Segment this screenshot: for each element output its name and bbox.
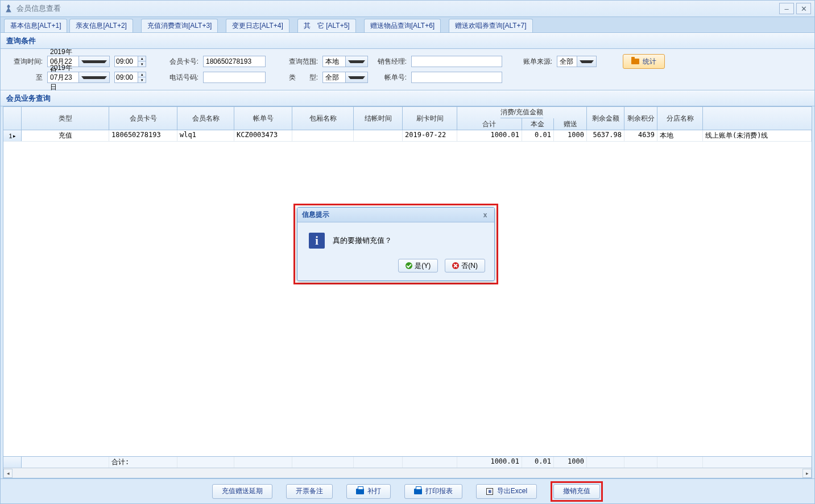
- label-to: 至: [9, 73, 43, 82]
- tab-coupons[interactable]: 赠送欢唱券查询[ALT+7]: [449, 19, 532, 32]
- export-excel-button[interactable]: ▦导出Excel: [476, 484, 537, 499]
- type-combo[interactable]: 全部: [322, 72, 368, 83]
- print-report-button[interactable]: 打印报表: [404, 484, 462, 499]
- time-to-spinner[interactable]: ▴▾: [114, 72, 146, 83]
- label-sales-mgr: 销售经理:: [373, 57, 407, 67]
- tab-changelog[interactable]: 变更日志[ALT+4]: [226, 19, 289, 32]
- label-bill-no: 帐单号:: [373, 73, 407, 82]
- label-bill-src: 账单来源:: [512, 57, 552, 67]
- window-title: 会员信息查看: [16, 3, 61, 14]
- horizontal-scrollbar[interactable]: ◂ ▸: [3, 468, 812, 478]
- folder-icon: [631, 59, 639, 64]
- recharge-gift-extend-button[interactable]: 充值赠送延期: [212, 484, 272, 499]
- printer-icon: [414, 489, 422, 494]
- bill-no-input[interactable]: [411, 72, 502, 83]
- cancel-recharge-button[interactable]: 撤销充值: [553, 484, 600, 499]
- table-row[interactable]: 1▸ 充值 180650278193 wlq1 KCZ0003473 2019-…: [3, 130, 812, 142]
- confirm-dialog: 信息提示 x i 真的要撤销充值？ 是(Y) 否(N): [297, 207, 495, 281]
- section-member-biz: 会员业务查询: [1, 90, 814, 106]
- grid-header: 类型 会员卡号 会员名称 帐单号 包厢名称 结帐时间 刷卡时间 消费/充值金额 …: [3, 107, 812, 130]
- bottom-toolbar: 充值赠送延期 开票备注 补打 打印报表 ▦导出Excel 撤销充值: [1, 478, 814, 503]
- label-phone: 电话号码:: [167, 73, 198, 82]
- confirm-dialog-highlight: 信息提示 x i 真的要撤销充值？ 是(Y) 否(N): [293, 204, 498, 284]
- date-to-combo[interactable]: 2019年07月23日: [47, 72, 110, 83]
- data-grid: 类型 会员卡号 会员名称 帐单号 包厢名称 结帐时间 刷卡时间 消费/充值金额 …: [3, 106, 812, 478]
- dialog-title: 信息提示: [302, 210, 329, 220]
- grid-summary: 合计: 1000.01 0.01 1000: [3, 456, 812, 468]
- sales-mgr-input[interactable]: [411, 56, 502, 67]
- table-icon: ▦: [486, 488, 493, 495]
- highlight-cancel-recharge: 撤销充值: [551, 481, 603, 502]
- tab-relatives[interactable]: 亲友信息[ALT+2]: [69, 19, 133, 32]
- printer-icon: [356, 489, 364, 494]
- section-query-conditions: 查询条件: [1, 33, 814, 49]
- person-icon: [4, 4, 13, 13]
- scroll-right-icon[interactable]: ▸: [802, 469, 812, 478]
- invoice-remark-button[interactable]: 开票备注: [286, 484, 333, 499]
- scope-combo[interactable]: 本地: [322, 56, 368, 67]
- dialog-close-button[interactable]: x: [481, 211, 490, 219]
- dialog-no-button[interactable]: 否(N): [445, 259, 485, 272]
- card-no-input[interactable]: [203, 56, 266, 67]
- filters-panel: 查询时间: 2019年06月22日 ▴▾ 会员卡号: 查询范围: 本地 销售经理…: [1, 49, 814, 90]
- bill-src-combo[interactable]: 全部: [557, 56, 597, 67]
- tab-basic[interactable]: 基本信息[ALT+1]: [4, 19, 67, 32]
- title-bar: 会员信息查看 – ✕: [1, 1, 814, 16]
- close-button[interactable]: ✕: [796, 3, 811, 14]
- time-from-spinner[interactable]: ▴▾: [114, 56, 146, 67]
- label-card-no: 会员卡号:: [167, 57, 198, 67]
- cross-icon: [452, 262, 459, 269]
- label-scope: 查询范围:: [286, 57, 318, 67]
- tab-recharge[interactable]: 充值消费查询[ALT+3]: [141, 19, 218, 32]
- dialog-message: 真的要撤销充值？: [333, 236, 392, 246]
- tabs-row: 基本信息[ALT+1] 亲友信息[ALT+2] 充值消费查询[ALT+3] 变更…: [1, 16, 814, 33]
- info-icon: i: [309, 233, 325, 249]
- dialog-yes-button[interactable]: 是(Y): [398, 259, 438, 272]
- phone-input[interactable]: [203, 72, 266, 83]
- grid-body[interactable]: 1▸ 充值 180650278193 wlq1 KCZ0003473 2019-…: [3, 130, 812, 456]
- check-icon: [406, 262, 412, 269]
- tab-gifts[interactable]: 赠送物品查询[ALT+6]: [364, 19, 441, 32]
- tab-other[interactable]: 其 它 [ALT+5]: [297, 19, 356, 32]
- minimize-button[interactable]: –: [779, 3, 794, 14]
- label-query-time: 查询时间:: [9, 57, 43, 67]
- reprint-button[interactable]: 补打: [346, 484, 391, 499]
- label-type: 类 型:: [286, 73, 318, 82]
- scroll-left-icon[interactable]: ◂: [3, 469, 13, 478]
- stat-button[interactable]: 统计: [623, 54, 665, 69]
